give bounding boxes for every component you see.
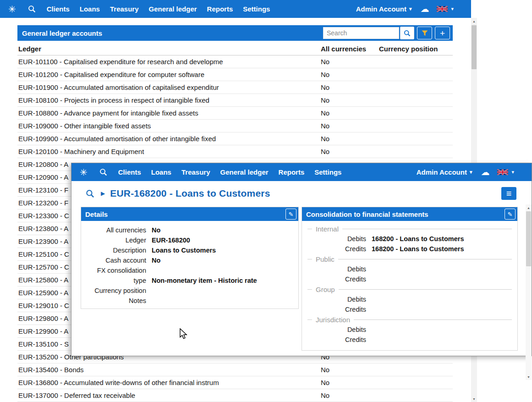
nav-item-loans[interactable]: Loans bbox=[80, 5, 100, 13]
filter-button[interactable] bbox=[417, 27, 432, 39]
details-fields: All currenciesNoLedgerEUR-168200Descript… bbox=[81, 221, 298, 308]
detail-window: ✳ Clients Loans Treasury General ledger … bbox=[71, 163, 532, 356]
table-row[interactable]: EUR-101200 - Capitalised expenditure for… bbox=[17, 68, 453, 81]
scrollbar-thumb[interactable] bbox=[526, 211, 531, 266]
uk-flag-icon[interactable] bbox=[437, 6, 448, 12]
nav-item-treasury[interactable]: Treasury bbox=[181, 168, 210, 176]
consolidation-row: Debits168200 - Loans to Customers bbox=[307, 234, 512, 244]
detail-field-row: DescriptionLoans to Customers bbox=[86, 245, 294, 255]
all-currencies-cell: No bbox=[320, 363, 378, 376]
table-row[interactable]: EUR-120100 - Machinery and EquipmentNo bbox=[17, 145, 453, 158]
edit-details-button[interactable]: ✎ bbox=[285, 209, 296, 220]
plus-icon: + bbox=[440, 29, 445, 38]
nav-item-reports[interactable]: Reports bbox=[207, 5, 233, 13]
table-row[interactable]: EUR-137000 - Deferred tax receivableNo bbox=[17, 389, 453, 402]
search-icon[interactable] bbox=[99, 168, 107, 176]
search-input[interactable] bbox=[323, 27, 399, 39]
nav-item-general-ledger[interactable]: General ledger bbox=[220, 168, 269, 176]
table-header-row: Ledger All currencies Currency position bbox=[17, 43, 453, 55]
main-navbar-wrap: ✳ Clients Loans Treasury General ledger … bbox=[0, 0, 471, 18]
nav-item-loans[interactable]: Loans bbox=[151, 168, 171, 176]
add-account-button[interactable]: + bbox=[435, 27, 450, 39]
search-icon[interactable] bbox=[28, 5, 36, 13]
currency-position-cell bbox=[378, 94, 453, 107]
scroll-down-icon[interactable]: ▼ bbox=[471, 396, 477, 402]
table-row[interactable]: EUR-109000 - Other intangible fixed asse… bbox=[17, 120, 453, 132]
field-label: Currency position bbox=[86, 286, 152, 296]
detail-field-row: Currency position bbox=[86, 286, 294, 296]
all-currencies-cell: No bbox=[320, 55, 378, 68]
scrollbar-thumb[interactable] bbox=[472, 25, 477, 69]
group-legend: Group bbox=[307, 284, 512, 294]
panels-row: Details ✎ All currenciesNoLedgerEUR-1682… bbox=[71, 207, 532, 351]
column-header-ledger: Ledger bbox=[17, 43, 320, 55]
ledger-cell: EUR-109000 - Other intangible fixed asse… bbox=[17, 120, 320, 132]
search-icon[interactable] bbox=[86, 189, 94, 198]
consolidation-row-label: Debits bbox=[307, 325, 372, 335]
ledger-cell: EUR-136800 - Accumulated write-downs of … bbox=[17, 376, 320, 389]
account-label: Admin Account bbox=[356, 5, 406, 13]
table-row[interactable]: EUR-101900 - Accumulated amortisation of… bbox=[17, 81, 453, 94]
scroll-up-icon[interactable]: ▲ bbox=[526, 204, 532, 211]
details-panel-header: Details ✎ bbox=[81, 207, 298, 221]
uk-flag-icon[interactable] bbox=[497, 169, 508, 175]
consolidation-row-value bbox=[372, 335, 512, 345]
app-logo-icon[interactable]: ✳ bbox=[80, 168, 88, 177]
cloud-icon[interactable]: ☁ bbox=[420, 5, 429, 13]
cloud-icon[interactable]: ☁ bbox=[481, 168, 489, 176]
field-label: All currencies bbox=[86, 225, 152, 235]
account-menu[interactable]: Admin Account ▾ bbox=[356, 5, 412, 13]
consolidation-row: Credits168200 - Loans to Customers bbox=[307, 244, 512, 254]
account-label: Admin Account bbox=[417, 168, 467, 176]
page-menu-button[interactable]: ≡ bbox=[501, 187, 516, 200]
detail-field-row: FX consolidation typeNon-monetary item -… bbox=[86, 265, 294, 286]
details-panel-title: Details bbox=[85, 210, 108, 218]
ledger-cell: EUR-137000 - Deferred tax receivable bbox=[17, 389, 320, 402]
consolidation-row-value bbox=[372, 304, 512, 314]
consolidation-row-value: 168200 - Loans to Customers bbox=[372, 234, 512, 244]
language-caret-down-icon[interactable]: ▾ bbox=[451, 6, 454, 11]
page-title: General ledger accounts bbox=[22, 29, 323, 37]
currency-position-cell bbox=[378, 389, 453, 402]
search-button[interactable] bbox=[400, 27, 414, 39]
consolidation-row: Debits bbox=[307, 325, 512, 335]
scroll-down-icon[interactable]: ▼ bbox=[526, 374, 532, 380]
nav-item-settings[interactable]: Settings bbox=[243, 5, 270, 13]
nav-item-clients[interactable]: Clients bbox=[47, 5, 70, 13]
ledger-cell: EUR-108800 - Advance payment for intangi… bbox=[17, 107, 320, 120]
pencil-icon: ✎ bbox=[508, 211, 513, 217]
ledger-cell: EUR-109900 - Accumulated amortisation of… bbox=[17, 132, 320, 145]
group-legend: Internal bbox=[307, 224, 512, 234]
field-label: Cash account bbox=[86, 255, 152, 265]
field-value: No bbox=[152, 225, 294, 235]
table-row[interactable]: EUR-108100 - Projects in process in resp… bbox=[17, 94, 453, 107]
currency-position-cell bbox=[378, 363, 453, 376]
currency-position-cell bbox=[378, 120, 453, 132]
language-caret-down-icon[interactable]: ▾ bbox=[511, 170, 514, 175]
detail-vertical-scrollbar[interactable]: ▲ ▼ bbox=[526, 204, 532, 380]
table-row[interactable]: EUR-108800 - Advance payment for intangi… bbox=[17, 107, 453, 120]
nav-item-clients[interactable]: Clients bbox=[118, 168, 141, 176]
chevron-right-icon[interactable]: ▶ bbox=[101, 190, 105, 197]
field-value: Non-monetary item - Historic rate bbox=[152, 275, 294, 286]
nav-item-settings[interactable]: Settings bbox=[314, 168, 341, 176]
nav-item-reports[interactable]: Reports bbox=[279, 168, 305, 176]
table-row[interactable]: EUR-101100 - Capitalised expenditure for… bbox=[17, 55, 453, 68]
all-currencies-cell: No bbox=[320, 389, 378, 402]
edit-consolidation-button[interactable]: ✎ bbox=[505, 209, 516, 220]
table-row[interactable]: EUR-109900 - Accumulated amortisation of… bbox=[17, 132, 453, 145]
funnel-icon bbox=[422, 30, 428, 36]
consolidation-panel-title: Consolidation to financial statements bbox=[306, 210, 428, 218]
details-panel: Details ✎ All currenciesNoLedgerEUR-1682… bbox=[81, 207, 299, 309]
table-row[interactable]: EUR-136800 - Accumulated write-downs of … bbox=[17, 376, 453, 389]
account-menu[interactable]: Admin Account ▾ bbox=[417, 168, 472, 176]
scroll-up-icon[interactable]: ▲ bbox=[471, 18, 477, 24]
caret-down-icon: ▾ bbox=[470, 170, 472, 175]
app-logo-icon[interactable]: ✳ bbox=[8, 5, 16, 14]
column-header-currency-position: Currency position bbox=[378, 43, 453, 55]
nav-item-general-ledger[interactable]: General ledger bbox=[149, 5, 197, 13]
table-row[interactable]: EUR-135400 - BondsNo bbox=[17, 363, 453, 376]
nav-item-treasury[interactable]: Treasury bbox=[110, 5, 139, 13]
pencil-icon: ✎ bbox=[289, 211, 294, 217]
caret-down-icon: ▾ bbox=[409, 6, 412, 11]
